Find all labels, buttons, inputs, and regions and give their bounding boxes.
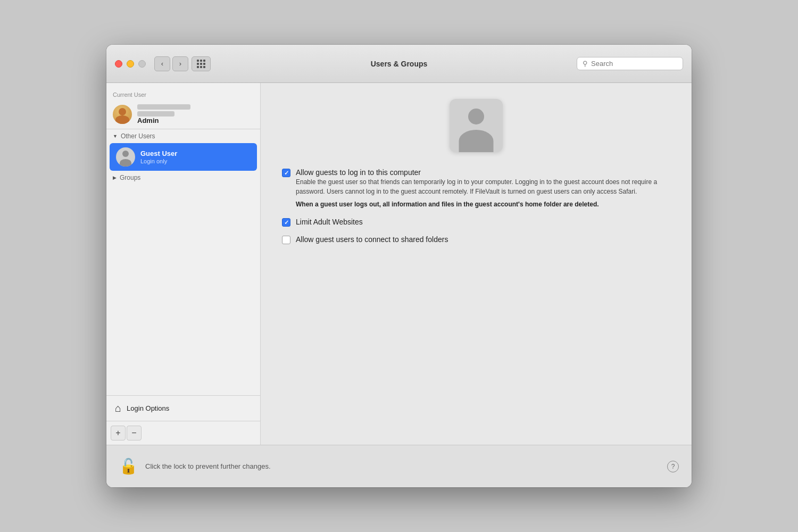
titlebar: ‹ › Users & Groups ⚲ xyxy=(106,45,692,83)
blur-line-2 xyxy=(137,111,174,117)
limit-websites-row: Limit Adult Websites xyxy=(282,218,670,227)
zoom-button[interactable] xyxy=(138,60,146,68)
traffic-lights xyxy=(115,60,146,68)
allow-guests-description: Enable the guest user so that friends ca… xyxy=(296,177,670,196)
allow-shared-checkbox[interactable] xyxy=(282,236,290,244)
house-icon: ⌂ xyxy=(115,402,121,414)
remove-user-button[interactable]: − xyxy=(127,426,142,440)
other-users-label: Other Users xyxy=(121,132,155,140)
allow-guests-label: Allow guests to log in to this computer xyxy=(296,168,421,177)
content-area: Current User Admin ▼ Other Users xyxy=(106,83,692,445)
search-input[interactable] xyxy=(591,60,677,68)
back-button[interactable]: ‹ xyxy=(154,56,170,71)
main-window: ‹ › Users & Groups ⚲ Current User xyxy=(106,45,692,487)
window-title: Users & Groups xyxy=(371,60,428,68)
forward-button[interactable]: › xyxy=(172,56,188,71)
guest-user-name: Guest User xyxy=(140,149,251,157)
allow-guests-section: Allow guests to log in to this computer … xyxy=(282,168,670,209)
groups-header[interactable]: ▶ Groups xyxy=(106,171,260,185)
guest-user-item[interactable]: Guest User Login only xyxy=(110,143,257,171)
sidebar-bottom: + − xyxy=(106,421,260,445)
add-user-button[interactable]: + xyxy=(111,426,126,440)
groups-label: Groups xyxy=(120,174,140,181)
guest-user-info: Guest User Login only xyxy=(140,149,251,164)
lock-icon[interactable]: 🔓 xyxy=(119,458,138,475)
admin-user-item[interactable]: Admin xyxy=(106,100,260,129)
profile-avatar-large xyxy=(450,99,503,152)
login-options-row[interactable]: ⌂ Login Options xyxy=(106,395,260,421)
sidebar: Current User Admin ▼ Other Users xyxy=(106,83,261,445)
login-options-label: Login Options xyxy=(127,404,169,412)
minimize-button[interactable] xyxy=(127,60,134,68)
grid-icon xyxy=(197,60,205,68)
allow-shared-row: Allow guest users to connect to shared f… xyxy=(282,235,670,244)
help-button[interactable]: ? xyxy=(667,461,679,472)
allow-guests-warning: When a guest user logs out, all informat… xyxy=(296,200,670,209)
allow-shared-label: Allow guest users to connect to shared f… xyxy=(296,235,448,244)
current-user-header: Current User xyxy=(106,87,260,100)
main-panel: Allow guests to log in to this computer … xyxy=(261,83,692,445)
bottom-bar: 🔓 Click the lock to prevent further chan… xyxy=(106,445,692,487)
limit-websites-checkbox[interactable] xyxy=(282,218,290,227)
admin-user-info: Admin xyxy=(137,104,254,124)
limit-websites-label: Limit Adult Websites xyxy=(296,218,363,226)
lock-text: Click the lock to prevent further change… xyxy=(145,462,271,470)
search-icon: ⚲ xyxy=(583,60,588,68)
guest-avatar xyxy=(116,147,135,167)
close-button[interactable] xyxy=(115,60,122,68)
blur-line-1 xyxy=(137,104,190,110)
triangle-right-icon: ▶ xyxy=(113,175,117,180)
search-bar[interactable]: ⚲ xyxy=(577,57,683,70)
admin-avatar xyxy=(113,105,132,124)
guest-user-subtitle: Login only xyxy=(140,158,251,164)
admin-name-placeholder xyxy=(137,104,254,117)
grid-view-button[interactable] xyxy=(192,56,211,71)
sidebar-list: Current User Admin ▼ Other Users xyxy=(106,83,260,395)
other-users-header[interactable]: ▼ Other Users xyxy=(106,129,260,143)
triangle-down-icon: ▼ xyxy=(113,134,118,139)
options-section: Allow guests to log in to this computer … xyxy=(282,168,670,244)
admin-name: Admin xyxy=(137,117,254,124)
allow-guests-checkbox[interactable] xyxy=(282,169,290,177)
allow-guests-row: Allow guests to log in to this computer xyxy=(282,168,670,177)
nav-buttons: ‹ › xyxy=(154,56,188,71)
